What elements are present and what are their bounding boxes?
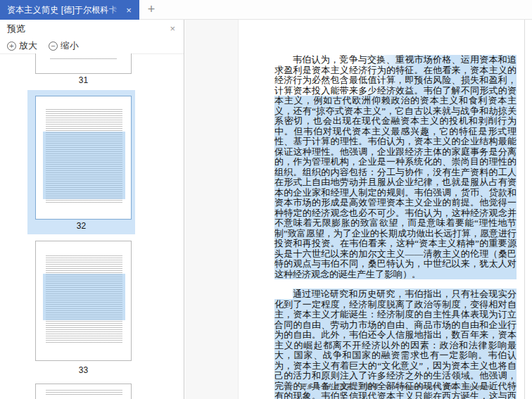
zoom-out-label: 缩小 [61,39,79,52]
document-viewer: 韦伯认为，竞争与交换、重视市场价格、运用资本和追求盈利是资本主义经济行为的特征。… [185,20,532,399]
zoom-out-icon: − [49,42,58,51]
thumbnail-selection-band [43,274,125,320]
thumbnail-selection-band [43,132,125,199]
page-number-label: 33 [35,365,132,376]
thumbnail-page-32[interactable] [35,96,132,220]
preview-panel-title: 预览 [7,23,25,34]
page-number-label: 32 [27,221,135,231]
document-page: 韦伯认为，竞争与交换、重视市场价格、运用资本和追求盈利是资本主义经济行为的特征。… [238,20,524,399]
panel-close-icon[interactable]: × [170,20,175,38]
zoom-in-icon: + [7,42,16,51]
thumbnail-page-33[interactable] [35,241,132,361]
thumbnail-selected-highlight[interactable]: 32 [27,90,135,234]
thumbnail-text-preview [50,58,117,61]
thumbnail-list[interactable]: 31 32 33 [0,53,171,399]
main-scrollbar-gutter[interactable] [525,20,532,399]
browser-tab-bar: 资本主义简史 [德]于尔根科卡著 × + [0,0,532,20]
active-tab[interactable]: 资本主义简史 [德]于尔根科卡著 × [0,0,139,20]
tab-close-icon[interactable]: × [124,5,134,15]
thumbnail-page-34[interactable] [35,384,132,399]
paragraph-weber-characteristics: 韦伯认为，竞争与交换、重视市场价格、运用资本和追求盈利是资本主义经济行为的特征。… [274,55,517,279]
ebook-watermark-footer: 更多电子书请搜索「慧眼看」www.huiyankan.com 微信：huiyan… [274,382,517,391]
thumbnail-text-preview [46,390,122,395]
tab-title: 资本主义简史 [德]于尔根科卡著 [7,4,117,16]
preview-panel: 预览 × + 放大 − 缩小 31 32 33 [0,20,184,399]
zoom-in-button[interactable]: + 放大 [7,39,37,52]
page-text-column: 韦伯认为，竞争与交换、重视市场价格、运用资本和追求盈利是资本主义经济行为的特征。… [274,55,517,399]
zoom-in-label: 放大 [19,39,37,52]
new-tab-button[interactable]: + [144,2,159,18]
preview-zoom-toolbar: + 放大 − 缩小 [0,38,184,54]
preview-panel-header: 预览 × [0,20,184,38]
zoom-out-button[interactable]: − 缩小 [49,39,79,52]
page-number-label: 31 [35,75,132,86]
tab-title-fade [108,0,121,20]
thumbnail-page-31[interactable] [35,53,132,74]
